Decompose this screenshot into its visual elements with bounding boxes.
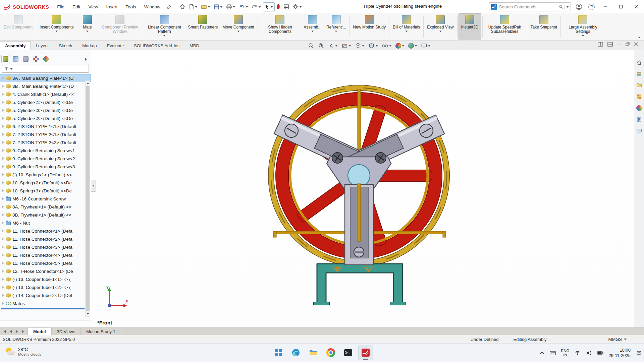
ribbon-edit-component[interactable]: Edit Component [1, 13, 35, 40]
tree-item[interactable]: 5. Cylinder<1> (Default) <<De [0, 98, 91, 106]
tree-item[interactable]: 5. Cylinder<3> (Default) <<De [0, 106, 91, 114]
tree-item[interactable]: 7. PISTON TYPE-2<2> (Default [0, 138, 91, 146]
tree-scrollbar[interactable] [85, 80, 90, 317]
dropdown-icon[interactable] [405, 31, 408, 32]
tile-windows-icon[interactable] [598, 42, 603, 48]
previous-view-icon[interactable] [327, 42, 338, 50]
dropdown-icon[interactable] [86, 31, 89, 32]
menu-insert[interactable]: Insert [103, 3, 121, 11]
file-properties-icon[interactable] [282, 3, 290, 11]
scroll-down-icon[interactable] [86, 311, 90, 316]
dropdown-icon[interactable] [335, 31, 337, 32]
language-indicator[interactable]: ENG IN [560, 347, 570, 359]
menu-view[interactable]: View [85, 3, 101, 11]
custom-properties-icon[interactable] [636, 116, 643, 123]
appearances-icon[interactable] [636, 105, 643, 111]
tree-item[interactable]: 9. Cylinder Retraining Screw<2 [0, 155, 91, 163]
filter-dropdown-icon[interactable] [10, 68, 13, 70]
vertical-cylinder[interactable] [345, 184, 374, 265]
doc-restore-button[interactable] [626, 42, 630, 47]
tree-filter-input[interactable] [2, 65, 89, 73]
open-icon[interactable] [200, 3, 212, 11]
terminal-icon[interactable] [341, 345, 356, 360]
pin-menu-icon[interactable] [165, 3, 173, 11]
tab-3d-views[interactable]: 3D Views [52, 328, 81, 335]
undo-icon[interactable] [237, 3, 250, 11]
tree-item[interactable]: M6 - Nut [0, 219, 91, 227]
graphics-area[interactable]: Y X *Front [0, 50, 644, 327]
featuremanager-tab[interactable] [1, 55, 10, 63]
taskbar-clock[interactable]: 18:00 29-11-2025 [608, 348, 632, 358]
pivot-screw-left[interactable] [332, 153, 343, 163]
doc-close-button[interactable] [634, 42, 638, 47]
menu-file[interactable]: File [54, 3, 68, 11]
rebuild-icon[interactable] [275, 2, 281, 11]
tree-item[interactable]: 11. Hose Connector<3> (Defa [0, 243, 91, 251]
tree-item[interactable]: 4. Crank Shaft<1> (Default) << [0, 90, 91, 98]
ribbon-instant3d[interactable]: Instant3D [459, 13, 481, 40]
propertymanager-tab[interactable] [11, 55, 20, 63]
panel-drag-handle[interactable] [0, 50, 91, 54]
configurationmanager-tab[interactable] [21, 55, 30, 63]
crank-glass[interactable] [348, 165, 370, 187]
redo-icon[interactable] [250, 3, 262, 11]
tree-item[interactable]: 5. Cylinder<2> (Default) <<De [0, 114, 91, 122]
model-viewport[interactable]: Y X [91, 50, 635, 327]
panel-expand-button[interactable] [83, 55, 90, 63]
tab-motion-study-1[interactable]: Motion Study 1 [81, 328, 121, 335]
dropdown-icon[interactable] [163, 35, 166, 36]
tab-layout[interactable]: Layout [31, 41, 54, 50]
view-orientation-icon[interactable] [354, 42, 365, 50]
tree-item[interactable]: (-) 13. Copper tube-1<1> -> ( [0, 275, 91, 283]
ribbon-mate[interactable]: Mate [76, 13, 99, 40]
ribbon-assembly-features[interactable]: Assemb... [301, 13, 324, 40]
scrollbar-thumb[interactable] [86, 86, 90, 311]
view-settings-icon[interactable] [420, 42, 431, 50]
wifi-icon[interactable] [574, 349, 581, 357]
tree-item[interactable]: 10. Spring<3> (Default) <<De [0, 187, 91, 195]
panel-splitter[interactable] [91, 180, 96, 192]
doc-minimize-button[interactable] [617, 42, 621, 47]
options-gear-icon[interactable] [291, 2, 303, 11]
edge-icon[interactable] [288, 345, 303, 360]
ribbon-large-assembly-settings[interactable]: Large Assembly Settings [562, 13, 604, 40]
display-style-icon[interactable] [368, 42, 379, 50]
tree-item[interactable]: 10. Spring<2> (Default) <<De [0, 179, 91, 187]
file-explorer-icon[interactable] [636, 82, 643, 88]
solidworks-taskbar-icon[interactable] [358, 345, 373, 360]
ribbon-exploded-view[interactable]: Exploded View [425, 13, 456, 40]
prev-tab-icon[interactable] [8, 329, 13, 334]
search-icon[interactable] [559, 4, 563, 9]
home-icon[interactable] [636, 59, 643, 66]
stand[interactable] [314, 264, 406, 305]
touch-keyboard-icon[interactable] [549, 350, 556, 357]
tree-item[interactable]: 3A . Main Bearing Plate<1> (D [0, 74, 91, 82]
tab-markup[interactable]: Markup [77, 41, 102, 50]
tab-sketch[interactable]: Sketch [54, 41, 77, 50]
tree-item[interactable]: (-) 14. Copper tube-2<1> (Def [0, 291, 91, 299]
solidworks-resources-icon[interactable] [636, 127, 643, 134]
battery-icon[interactable] [596, 350, 604, 356]
chrome-icon[interactable] [323, 345, 338, 360]
search-dropdown-icon[interactable] [566, 6, 569, 8]
ribbon-linear-component-pattern[interactable]: Linear Component Pattern [143, 13, 185, 40]
tree-item[interactable]: 8B. Flywheel<1> (Default) << [0, 211, 91, 219]
ribbon-collapse-icon[interactable] [638, 37, 641, 38]
dropdown-icon[interactable] [439, 31, 442, 32]
design-library-icon[interactable] [636, 70, 643, 77]
dropdown-icon[interactable] [582, 35, 584, 36]
search-input[interactable] [498, 4, 559, 10]
tree-item[interactable]: 7. PISTON TYPE-2<1> (Default [0, 130, 91, 138]
ribbon-bill-of-materials[interactable]: Bill of Materials [390, 13, 422, 40]
maximize-button[interactable] [613, 0, 629, 13]
tab-assembly[interactable]: Assembly [0, 41, 31, 50]
start-button[interactable] [271, 345, 286, 360]
save-icon[interactable] [212, 3, 224, 11]
tree-item[interactable]: (-) 10. Spring<1> (Default) << [0, 171, 91, 179]
tree-item[interactable]: 11. Hose Connector<2> (Defa [0, 235, 91, 243]
ribbon-smart-fasteners[interactable]: Smart Fasteners [185, 13, 220, 40]
scroll-up-icon[interactable] [86, 81, 90, 86]
dropdown-icon[interactable] [237, 31, 239, 32]
dimxpertmanager-tab[interactable] [32, 55, 40, 63]
help-icon[interactable]: ? [585, 2, 598, 12]
